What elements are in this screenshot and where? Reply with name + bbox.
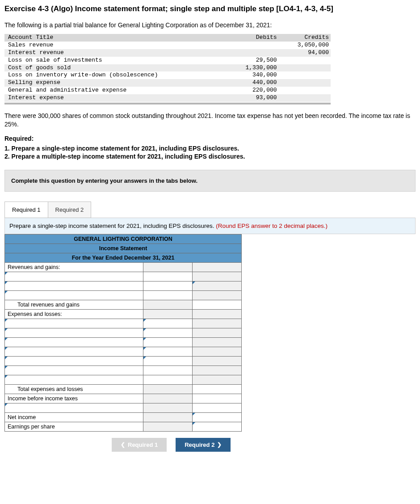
amount-input[interactable] — [193, 422, 242, 431]
credit-cell — [279, 71, 331, 79]
amount-input[interactable] — [143, 272, 193, 281]
account-row: General and administrative expense — [4, 87, 227, 94]
account-row: Interest revenue — [4, 49, 227, 57]
income-statement-worksheet: GENERAL LIGHTING CORPORATION Income Stat… — [4, 234, 242, 432]
ws-company: GENERAL LIGHTING CORPORATION — [5, 234, 242, 244]
account-row: Sales revenue — [4, 42, 227, 49]
eps-label: Earnings per share — [5, 422, 143, 431]
debit-cell: 93,000 — [227, 94, 278, 102]
tab-required-1[interactable]: Required 1 — [4, 202, 48, 218]
amount-input[interactable] — [143, 281, 193, 290]
blank-cell — [193, 356, 242, 365]
debit-cell: 220,000 — [227, 87, 278, 94]
account-row: Loss on inventory write-down (obsolescen… — [4, 71, 227, 79]
blank-cell — [143, 300, 193, 309]
line-item-select[interactable] — [5, 319, 143, 328]
amount-input[interactable] — [193, 394, 242, 403]
blank-cell — [193, 375, 242, 384]
line-item-select[interactable] — [5, 337, 143, 347]
requirement-item: 1. Prepare a single-step income statemen… — [4, 145, 416, 152]
blank-cell — [143, 403, 193, 412]
blank-cell — [193, 337, 242, 347]
amount-input[interactable] — [143, 319, 193, 328]
debit-cell: 340,000 — [227, 71, 278, 79]
requirement-item: 2. Prepare a multiple-step income statem… — [4, 153, 416, 160]
amount-input[interactable] — [143, 328, 193, 337]
tab-required-2[interactable]: Required 2 — [48, 202, 92, 218]
credit-cell — [279, 79, 331, 87]
blank-cell — [193, 309, 242, 319]
amount-input[interactable] — [193, 384, 242, 394]
line-item-select[interactable] — [5, 328, 143, 337]
net-income-label: Net income — [5, 412, 143, 422]
line-item-select[interactable] — [5, 375, 143, 384]
credit-cell — [279, 87, 331, 94]
blank-cell — [193, 328, 242, 337]
prev-button[interactable]: ❮ Required 1 — [112, 438, 167, 452]
prompt-hint: (Round EPS answer to 2 decimal places.) — [216, 223, 328, 229]
blank-cell — [193, 281, 242, 290]
line-item-select[interactable] — [5, 403, 143, 412]
amount-input[interactable] — [143, 365, 193, 375]
amount-input[interactable] — [193, 300, 242, 309]
context-paragraph: There were 300,000 shares of common stoc… — [4, 112, 416, 129]
debit-cell — [227, 42, 278, 49]
credit-cell — [279, 94, 331, 102]
blank-cell — [193, 290, 242, 300]
line-item-select[interactable] — [5, 281, 143, 290]
blank-cell — [193, 319, 242, 328]
ws-period: For the Year Ended December 31, 2021 — [5, 253, 242, 262]
account-row: Loss on sale of investments — [4, 57, 227, 64]
amount-input[interactable] — [143, 356, 193, 365]
revenues-gains-label: Revenues and gains: — [5, 262, 143, 272]
total-revenues-label: Total revenues and gains — [5, 300, 143, 309]
tabs: Required 1 Required 2 — [4, 202, 416, 218]
nav-buttons: ❮ Required 1 Required 2 ❯ — [112, 438, 416, 452]
amount-input[interactable] — [143, 347, 193, 356]
debit-cell — [227, 49, 278, 57]
account-row: Selling expense — [4, 79, 227, 87]
intro-text: The following is a partial trial balance… — [4, 21, 416, 29]
trial-balance: Account Title Debits Credits Sales reven… — [4, 34, 416, 105]
blank-cell — [193, 365, 242, 375]
ws-statement-title: Income Statement — [5, 244, 242, 253]
blank-cell — [193, 347, 242, 356]
scrollbar[interactable] — [4, 103, 331, 105]
blank-cell — [143, 309, 193, 319]
amount-input[interactable] — [143, 337, 193, 347]
blank-cell — [193, 262, 242, 272]
amount-input[interactable] — [193, 403, 242, 412]
line-item-select[interactable] — [5, 272, 143, 281]
blank-cell — [143, 384, 193, 394]
chevron-right-icon: ❯ — [217, 441, 222, 448]
exercise-title: Exercise 4-3 (Algo) Income statement for… — [4, 4, 416, 13]
col-debits: Debits — [227, 34, 278, 42]
prompt-bar: Prepare a single-step income statement f… — [4, 218, 416, 234]
debit-cell: 29,500 — [227, 57, 278, 64]
blank-cell — [143, 422, 193, 431]
credit-cell: 3,050,000 — [279, 42, 331, 49]
next-button[interactable]: Required 2 ❯ — [176, 438, 231, 452]
income-before-taxes-label: Income before income taxes — [5, 394, 143, 403]
credit-cell: 94,000 — [279, 49, 331, 57]
amount-input[interactable] — [143, 375, 193, 384]
blank-cell — [193, 272, 242, 281]
debit-cell: 1,330,000 — [227, 64, 278, 72]
credit-cell — [279, 57, 331, 64]
total-expenses-label: Total expenses and losses — [5, 384, 143, 394]
line-item-select[interactable] — [5, 290, 143, 300]
required-label: Required: — [4, 135, 416, 142]
col-account-title: Account Title — [4, 34, 227, 42]
amount-input[interactable] — [193, 412, 242, 422]
prev-button-label: Required 1 — [128, 441, 158, 448]
col-credits: Credits — [279, 34, 331, 42]
blank-cell — [143, 412, 193, 422]
line-item-select[interactable] — [5, 347, 143, 356]
amount-input[interactable] — [143, 290, 193, 300]
account-row: Cost of goods sold — [4, 64, 227, 72]
requirements-list: 1. Prepare a single-step income statemen… — [4, 145, 416, 160]
line-item-select[interactable] — [5, 356, 143, 365]
prompt-text: Prepare a single-step income statement f… — [9, 223, 216, 229]
chevron-left-icon: ❮ — [121, 441, 125, 448]
line-item-select[interactable] — [5, 365, 143, 375]
